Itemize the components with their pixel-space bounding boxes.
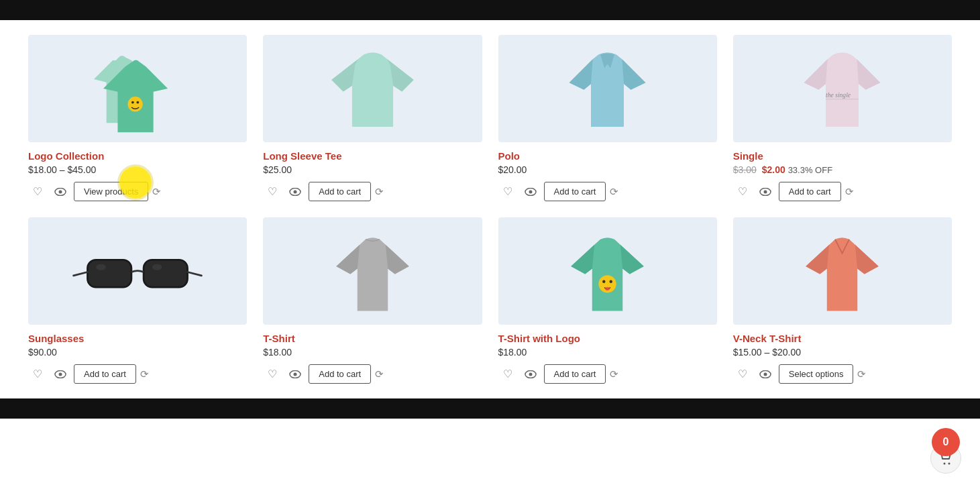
product-image-single[interactable]: the single xyxy=(733,35,952,142)
svg-point-22 xyxy=(294,372,297,376)
add-to-cart-button-long-sleeve-tee[interactable]: Add to cart xyxy=(309,182,371,201)
product-image-polo[interactable] xyxy=(498,35,717,142)
product-card-t-shirt: T-Shirt $18.00 ♡ Add to cart ⟳ xyxy=(255,209,490,392)
compare-icon-t-shirt-with-logo[interactable]: ⟳ xyxy=(610,368,618,380)
product-card-polo: Polo $20.00 ♡ Add to cart ⟳ xyxy=(490,27,725,209)
quickview-icon-logo-collection[interactable] xyxy=(51,182,70,201)
quickview-icon-t-shirt[interactable] xyxy=(286,365,305,384)
wishlist-icon-t-shirt[interactable]: ♡ xyxy=(263,365,282,384)
svg-point-6 xyxy=(294,190,297,193)
product-price-long-sleeve-tee: $25.00 xyxy=(263,164,482,175)
product-name-long-sleeve-tee[interactable]: Long Sleeve Tee xyxy=(263,150,482,162)
compare-icon-long-sleeve-tee[interactable]: ⟳ xyxy=(375,186,384,198)
compare-icon-polo[interactable]: ⟳ xyxy=(610,186,618,198)
page-wrapper: Logo Collection $18.00 – $45.00 ♡ View p… xyxy=(0,0,980,419)
wishlist-icon-logo-collection[interactable]: ♡ xyxy=(28,182,47,201)
quickview-icon-long-sleeve-tee[interactable] xyxy=(286,182,305,201)
svg-rect-14 xyxy=(144,260,187,288)
svg-point-24 xyxy=(602,280,605,283)
quickview-icon-v-neck-t-shirt[interactable] xyxy=(756,365,775,384)
svg-point-8 xyxy=(529,190,532,193)
add-to-cart-button-t-shirt-with-logo[interactable]: Add to cart xyxy=(544,364,606,384)
svg-point-1 xyxy=(131,101,134,104)
svg-line-16 xyxy=(188,272,202,276)
product-card-v-neck-t-shirt: V-Neck T-Shirt $15.00 – $20.00 ♡ Select … xyxy=(725,209,960,392)
product-price-single: $3.00 $2.00 33.3% OFF xyxy=(733,164,952,175)
compare-icon-sunglasses[interactable]: ⟳ xyxy=(140,368,149,380)
svg-point-2 xyxy=(136,101,139,104)
product-name-polo[interactable]: Polo xyxy=(498,150,717,162)
wishlist-icon-polo[interactable]: ♡ xyxy=(498,182,517,201)
product-price-logo-collection: $18.00 – $45.00 xyxy=(28,164,247,175)
wishlist-icon-long-sleeve-tee[interactable]: ♡ xyxy=(263,182,282,201)
wishlist-icon-t-shirt-with-logo[interactable]: ♡ xyxy=(498,365,517,384)
product-name-sunglasses[interactable]: Sunglasses xyxy=(28,333,247,344)
product-actions-polo: ♡ Add to cart ⟳ xyxy=(498,182,717,201)
quickview-icon-polo[interactable] xyxy=(521,182,540,201)
product-card-t-shirt-with-logo: T-Shirt with Logo $18.00 ♡ Add to cart ⟳ xyxy=(490,209,725,392)
svg-point-18 xyxy=(152,264,162,270)
view-products-button-logo-collection[interactable]: View products xyxy=(74,182,148,201)
product-image-v-neck-t-shirt[interactable] xyxy=(733,217,952,325)
product-actions-sunglasses: ♡ Add to cart ⟳ xyxy=(28,364,247,384)
svg-point-0 xyxy=(127,97,142,111)
product-image-t-shirt-with-logo[interactable] xyxy=(498,217,717,325)
wishlist-icon-single[interactable]: ♡ xyxy=(733,182,752,201)
wishlist-icon-v-neck-t-shirt[interactable]: ♡ xyxy=(733,365,752,384)
product-image-logo-collection[interactable] xyxy=(28,35,247,142)
product-name-t-shirt[interactable]: T-Shirt xyxy=(263,333,482,344)
product-price-t-shirt-with-logo: $18.00 xyxy=(498,347,717,358)
svg-rect-13 xyxy=(88,260,131,288)
svg-text:the single: the single xyxy=(826,91,851,99)
svg-point-30 xyxy=(763,372,767,376)
compare-icon-t-shirt[interactable]: ⟳ xyxy=(375,368,384,380)
product-actions-t-shirt: ♡ Add to cart ⟳ xyxy=(263,364,482,384)
svg-point-4 xyxy=(59,190,62,193)
svg-point-12 xyxy=(763,190,767,193)
add-to-cart-button-single[interactable]: Add to cart xyxy=(779,182,841,201)
compare-icon-logo-collection[interactable]: ⟳ xyxy=(152,186,161,198)
product-card-single: the single Single $3.00 $2.00 33.3% OFF … xyxy=(725,27,960,209)
quickview-icon-sunglasses[interactable] xyxy=(51,365,70,384)
product-name-logo-collection[interactable]: Logo Collection xyxy=(28,150,247,162)
bottom-bar xyxy=(0,398,980,419)
select-options-button-v-neck-t-shirt[interactable]: Select options xyxy=(779,364,854,384)
product-actions-single: ♡ Add to cart ⟳ xyxy=(733,182,952,201)
svg-point-17 xyxy=(96,264,106,270)
product-actions-long-sleeve-tee: ♡ Add to cart ⟳ xyxy=(263,182,482,201)
wishlist-icon-sunglasses[interactable]: ♡ xyxy=(28,365,47,384)
add-to-cart-button-polo[interactable]: Add to cart xyxy=(544,182,606,201)
quickview-icon-t-shirt-with-logo[interactable] xyxy=(521,365,540,384)
add-to-cart-button-sunglasses[interactable]: Add to cart xyxy=(74,364,136,384)
svg-point-25 xyxy=(610,280,612,283)
compare-icon-single[interactable]: ⟳ xyxy=(845,186,854,198)
product-actions-t-shirt-with-logo: ♡ Add to cart ⟳ xyxy=(498,364,717,384)
product-image-long-sleeve-tee[interactable] xyxy=(263,35,482,142)
product-price-v-neck-t-shirt: $15.00 – $20.00 xyxy=(733,347,952,358)
product-price-t-shirt: $18.00 xyxy=(263,347,482,358)
top-bar xyxy=(0,0,980,20)
svg-point-26 xyxy=(605,287,610,290)
svg-point-28 xyxy=(529,372,532,376)
svg-point-20 xyxy=(59,372,62,376)
product-card-long-sleeve-tee: Long Sleeve Tee $25.00 ♡ Add to cart ⟳ xyxy=(255,27,490,209)
product-card-logo-collection: Logo Collection $18.00 – $45.00 ♡ View p… xyxy=(20,27,255,209)
svg-line-15 xyxy=(74,272,88,276)
product-grid: Logo Collection $18.00 – $45.00 ♡ View p… xyxy=(0,20,980,398)
product-actions-logo-collection: ♡ View products ⟳ xyxy=(28,182,247,201)
compare-icon-v-neck-t-shirt[interactable]: ⟳ xyxy=(857,368,866,380)
product-image-sunglasses[interactable] xyxy=(28,217,247,325)
product-price-polo: $20.00 xyxy=(498,164,717,175)
product-name-single[interactable]: Single xyxy=(733,150,952,162)
product-actions-v-neck-t-shirt: ♡ Select options ⟳ xyxy=(733,364,952,384)
product-name-v-neck-t-shirt[interactable]: V-Neck T-Shirt xyxy=(733,333,952,344)
product-image-t-shirt[interactable] xyxy=(263,217,482,325)
add-to-cart-button-t-shirt[interactable]: Add to cart xyxy=(309,364,371,384)
product-card-sunglasses: Sunglasses $90.00 ♡ Add to cart ⟳ xyxy=(20,209,255,392)
product-price-sunglasses: $90.00 xyxy=(28,347,247,358)
quickview-icon-single[interactable] xyxy=(756,182,775,201)
product-name-t-shirt-with-logo[interactable]: T-Shirt with Logo xyxy=(498,333,717,344)
